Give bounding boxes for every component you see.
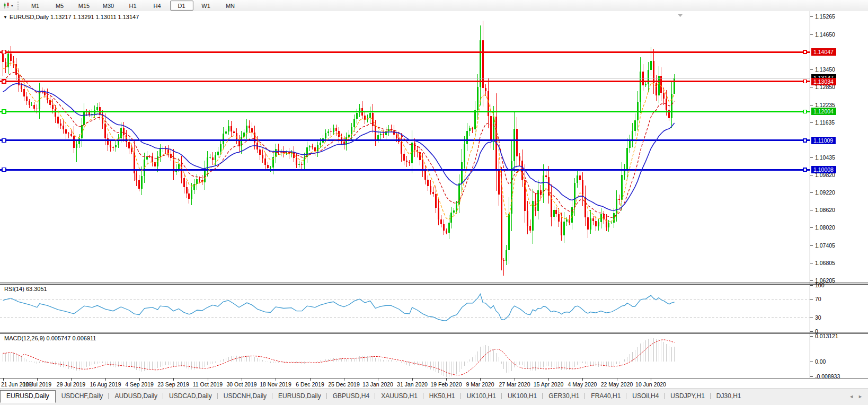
timeframe-button-d1[interactable]: D1 bbox=[170, 1, 193, 11]
price-tick-label: 1.08620 bbox=[815, 207, 835, 213]
level-price-badge: 1.14047 bbox=[811, 48, 836, 56]
price-tick bbox=[810, 245, 813, 246]
date-label: 19 Feb 2020 bbox=[431, 381, 462, 388]
timeframe-button-h4[interactable]: H4 bbox=[146, 1, 169, 11]
price-tick-label: 1.08020 bbox=[815, 224, 835, 231]
price-tick bbox=[810, 16, 813, 17]
chart-tab-hk50-h1[interactable]: HK50,H1 bbox=[423, 391, 461, 401]
price-tick bbox=[810, 157, 813, 158]
date-tick bbox=[515, 378, 515, 381]
level-price-badge: 1.13034 bbox=[811, 78, 836, 85]
scroll-tabs-right-icon[interactable]: ► bbox=[858, 394, 863, 399]
level-price-badge: 1.10008 bbox=[811, 166, 836, 173]
timeframe-button-m5[interactable]: M5 bbox=[48, 1, 72, 11]
price-tick bbox=[810, 192, 813, 193]
chart-tab-dj30-h1[interactable]: DJ30,H1 bbox=[711, 391, 747, 401]
chart-tab-audusd-daily[interactable]: AUDUSD,Daily bbox=[109, 391, 163, 401]
date-label: 23 Sep 2019 bbox=[157, 381, 189, 388]
date-tick bbox=[412, 378, 413, 381]
chart-tab-uk100-h1[interactable]: UK100,H1 bbox=[461, 391, 502, 401]
chart-tabs: EURUSD,DailyUSDCHF,DailyAUDUSD,DailyUSDC… bbox=[0, 389, 844, 405]
price-tick bbox=[810, 263, 813, 263]
chart-tab-usoil-h4[interactable]: USOil,H4 bbox=[626, 391, 665, 401]
macd-scale-label: 0.00 bbox=[815, 358, 826, 365]
chart-tab-usdcad-daily[interactable]: USDCAD,Daily bbox=[163, 391, 218, 401]
rsi-scale-label: 30 bbox=[815, 314, 821, 321]
date-tick bbox=[105, 378, 106, 381]
chart-tab-usdjpy-h1[interactable]: USDJPY,H1 bbox=[665, 391, 710, 401]
date-label: 15 Apr 2020 bbox=[534, 381, 564, 388]
date-tick bbox=[37, 378, 38, 381]
price-tick bbox=[810, 227, 813, 228]
price-chart-canvas[interactable] bbox=[0, 12, 810, 283]
price-tick bbox=[810, 34, 813, 35]
date-label: 9 Mar 2020 bbox=[466, 381, 494, 388]
date-label: 27 Mar 2020 bbox=[499, 381, 530, 388]
timeframe-buttons: M1M5M15M30H1H4D1W1MN bbox=[23, 1, 243, 11]
date-tick bbox=[344, 378, 344, 381]
timeframe-button-mn[interactable]: MN bbox=[219, 1, 242, 11]
macd-tick bbox=[810, 336, 813, 337]
chart-tab-ger30-h1[interactable]: GER30,H1 bbox=[543, 391, 585, 401]
rsi-indicator-canvas[interactable] bbox=[0, 285, 810, 332]
date-label: 16 Aug 2019 bbox=[90, 381, 121, 388]
chart-tab-uk100-h1[interactable]: UK100,H1 bbox=[502, 391, 543, 401]
chart-tab-usdchf-daily[interactable]: USDCHF,Daily bbox=[56, 391, 109, 401]
macd-indicator-canvas[interactable] bbox=[0, 334, 810, 378]
price-tick bbox=[810, 105, 813, 105]
date-label: 18 Nov 2019 bbox=[260, 381, 291, 388]
chart-tab-xauusd-h1[interactable]: XAUUSD,H1 bbox=[375, 391, 423, 401]
timeframe-button-w1[interactable]: W1 bbox=[194, 1, 218, 11]
date-tick bbox=[651, 378, 651, 381]
price-tick-label: 1.09220 bbox=[815, 189, 835, 196]
rsi-tick bbox=[810, 331, 813, 332]
price-tick bbox=[810, 175, 813, 175]
chart-tab-usdcnh-daily[interactable]: USDCNH,Daily bbox=[218, 391, 272, 401]
date-label: 30 Oct 2019 bbox=[226, 381, 256, 388]
timeframe-button-m1[interactable]: M1 bbox=[24, 1, 47, 11]
price-tick-label: 1.15265 bbox=[815, 13, 835, 20]
price-tick-label: 1.14650 bbox=[815, 31, 835, 38]
macd-scale-label: 0.013121 bbox=[815, 333, 838, 339]
price-scale[interactable]: 1.152651.146501.134501.128501.122351.116… bbox=[810, 11, 868, 389]
date-label: 22 May 2020 bbox=[601, 381, 633, 388]
date-label: 11 Oct 2019 bbox=[193, 381, 223, 388]
chart-type-caret-icon[interactable]: ▾ bbox=[11, 4, 13, 8]
macd-label: MACD(12,26,9) 0.005747 0.006911 bbox=[4, 335, 96, 341]
chart-title-text: EURUSD,Daily 1.13217 1.13291 1.13011 1.1… bbox=[10, 14, 139, 20]
tab-scroll-arrows: ◄ ► bbox=[844, 390, 868, 403]
timeframe-button-h1[interactable]: H1 bbox=[121, 1, 145, 11]
rsi-label: RSI(14) 63.3051 bbox=[4, 286, 47, 292]
date-tick bbox=[242, 378, 242, 381]
timeframe-button-m30[interactable]: M30 bbox=[97, 1, 120, 11]
macd-tick bbox=[810, 362, 813, 362]
date-label: 31 Jan 2020 bbox=[397, 381, 428, 388]
chart-tab-gbpusd-h4[interactable]: GBPUSD,H4 bbox=[327, 391, 375, 401]
price-tick bbox=[810, 280, 813, 281]
date-axis[interactable]: 21 Jun 201910 Jul 201929 Jul 201916 Aug … bbox=[0, 378, 868, 389]
date-tick bbox=[378, 378, 378, 381]
date-tick bbox=[446, 378, 447, 381]
timeframe-button-m15[interactable]: M15 bbox=[73, 1, 96, 11]
chart-tab-fra40-h1[interactable]: FRA40,H1 bbox=[585, 391, 626, 401]
chart-title-caret-icon[interactable]: ▼ bbox=[3, 15, 7, 20]
date-label: 25 Dec 2019 bbox=[328, 381, 360, 388]
chart-tab-eurusd-daily[interactable]: EURUSD,Daily bbox=[272, 391, 327, 401]
macd-tick bbox=[810, 376, 813, 377]
date-label: 4 Sep 2019 bbox=[125, 381, 154, 388]
rsi-line bbox=[3, 294, 675, 321]
date-tick bbox=[173, 378, 174, 381]
date-tick bbox=[582, 378, 583, 381]
date-tick bbox=[208, 378, 208, 381]
chart-type-button[interactable]: ▾ bbox=[1, 1, 15, 11]
scroll-tabs-left-icon[interactable]: ◄ bbox=[849, 394, 854, 399]
level-price-badge: 1.11009 bbox=[811, 137, 836, 144]
date-label: 6 Dec 2019 bbox=[296, 381, 324, 388]
price-tick bbox=[810, 210, 813, 210]
level-price-badge: 1.12004 bbox=[811, 108, 836, 115]
price-tick bbox=[810, 122, 813, 123]
price-tick bbox=[810, 69, 813, 70]
date-tick bbox=[276, 378, 276, 381]
macd-signal-line bbox=[3, 340, 675, 375]
chart-tab-eurusd-daily[interactable]: EURUSD,Daily bbox=[0, 390, 56, 403]
